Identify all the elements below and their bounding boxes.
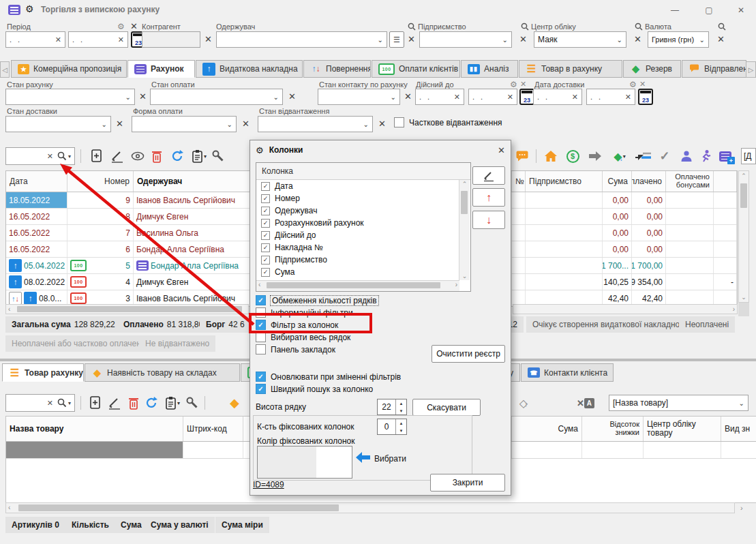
settings-wrench-button[interactable] xyxy=(184,395,200,411)
calendar-icon[interactable]: 23 xyxy=(638,89,653,105)
checkbox-unchecked[interactable] xyxy=(256,344,266,354)
stan-rahunku-select[interactable]: ⌄ xyxy=(5,89,135,105)
col-header-n[interactable]: № xyxy=(512,171,526,192)
clear-icon[interactable]: ✕ xyxy=(625,93,631,102)
col-header-date[interactable]: Дата xyxy=(6,171,67,192)
column-item[interactable]: ✓Номер xyxy=(256,192,470,205)
chastkove-checkbox-row[interactable]: Часткове відвантаження xyxy=(394,117,502,127)
clear-icon[interactable]: ✕ xyxy=(288,92,296,101)
checkbox-checked[interactable]: ✓ xyxy=(256,384,266,394)
clear-icon[interactable]: ✕ xyxy=(116,119,123,128)
scroll-right-icon[interactable]: › xyxy=(733,305,735,313)
column-item[interactable]: ✓Розрахунковий рахунок xyxy=(256,217,470,229)
scrollbar-thumb[interactable] xyxy=(461,191,468,214)
clear-icon[interactable]: ✕ xyxy=(242,119,250,128)
col-header-barcode[interactable]: Штрих-код xyxy=(183,417,243,441)
tab-vydatkova-nakladna[interactable]: ↑ Видаткова накладна xyxy=(196,60,303,78)
diysnyi-do-to[interactable]: . .✕ xyxy=(468,89,517,105)
tab-komertsiyna-propozytsiya[interactable]: ★ Комерційна пропозиція xyxy=(11,60,127,78)
checkbox-checked[interactable]: ✓ xyxy=(261,194,270,203)
tab-analiz[interactable]: ▮▮ Аналіз xyxy=(461,60,518,78)
delete-button[interactable] xyxy=(149,148,165,164)
scroll-left-icon[interactable]: ‹ xyxy=(8,305,10,313)
scroll-down-icon[interactable]: ⌄ xyxy=(459,273,470,279)
color-swatch[interactable] xyxy=(257,446,352,479)
checkbox-checked[interactable]: ✓ xyxy=(261,207,270,215)
scroll-left-icon[interactable]: ‹ xyxy=(8,504,10,511)
stock-button[interactable]: ◆ xyxy=(226,395,243,411)
scroll-left-icon[interactable]: ‹ xyxy=(258,281,260,288)
gear-icon[interactable]: ⚙ xyxy=(25,3,34,14)
scrollbar-thumb[interactable] xyxy=(267,282,440,288)
valuta-select[interactable]: Гривня (грн)⌄ xyxy=(648,31,709,48)
settings-wrench-button[interactable] xyxy=(210,148,226,164)
scroll-up-icon[interactable]: ⌃ xyxy=(739,172,749,179)
checkbox-checked[interactable]: ✓ xyxy=(261,243,270,252)
clear-icon[interactable]: ✕ xyxy=(139,92,147,101)
scroll-right-icon[interactable]: › xyxy=(455,281,457,288)
oderzhuvach-list-button[interactable]: ☰ xyxy=(389,31,404,48)
spin-down-icon[interactable]: ▼ xyxy=(396,407,406,414)
clipboard-button[interactable]: ▾ xyxy=(189,148,209,164)
stan-oplaty-select[interactable]: ⌄ xyxy=(150,89,283,105)
move-down-button[interactable]: ↓ xyxy=(472,211,505,229)
clear-icon[interactable]: ✕ xyxy=(404,92,412,101)
tab-kontakty-kliyenta[interactable]: ☎ Контакти клієнта xyxy=(521,363,614,382)
chevron-down-icon[interactable]: ▾ xyxy=(68,153,71,160)
minimize-button[interactable]: — xyxy=(665,3,685,17)
clear-icon[interactable]: ✕ xyxy=(639,80,646,89)
col-header-paid[interactable]: Оплачено xyxy=(632,171,666,192)
refresh-button[interactable] xyxy=(143,395,160,411)
option-quick-search[interactable]: ✓Швидкий пошук за колонко xyxy=(256,384,373,394)
clear-filter-button[interactable]: ✕A xyxy=(573,395,599,411)
column-item[interactable]: ✓Дійсний до xyxy=(256,229,470,241)
home-button[interactable] xyxy=(543,148,559,164)
col-header-center[interactable]: Центр обліку товару xyxy=(644,417,721,441)
selected-cell[interactable] xyxy=(6,442,183,458)
runner-button[interactable] xyxy=(697,148,714,164)
checkbox-checked[interactable]: ✓ xyxy=(261,219,270,228)
column-item[interactable]: ✓Одержувач xyxy=(256,205,470,217)
filter-chip-not-shipped[interactable]: Не відвантажено xyxy=(139,335,215,352)
period-date-to[interactable]: . .✕ xyxy=(68,31,128,48)
spin-up-icon[interactable]: ▲ xyxy=(396,399,406,407)
stan-dostavky-select[interactable]: ⌄ xyxy=(5,116,111,132)
checkbox-checked[interactable]: ✓ xyxy=(261,256,270,265)
search-icon[interactable] xyxy=(57,151,67,161)
scrollbar-thumb[interactable] xyxy=(18,504,339,511)
column-item[interactable]: ✓Підприємство xyxy=(256,254,470,266)
stan-kontaktu-select[interactable]: ⌄ xyxy=(318,89,400,105)
payment-refresh-button[interactable]: $ xyxy=(564,148,581,164)
move-up-button[interactable]: ↑ xyxy=(472,188,505,207)
option-limit-rows[interactable]: ✓Обмеження кількості рядків xyxy=(256,295,378,305)
spin-down-icon[interactable]: ▼ xyxy=(396,427,406,434)
clear-registry-button[interactable]: Очистити реєстр xyxy=(432,345,505,363)
close-dialog-button[interactable]: Закрити xyxy=(430,474,505,492)
scroll-up-icon[interactable]: ⌃ xyxy=(459,181,470,187)
period-date-from[interactable]: . .✕ xyxy=(5,31,65,48)
gear-icon[interactable]: ⚙ xyxy=(629,80,637,89)
tab-rakhunok[interactable]: Рахунок xyxy=(127,60,195,78)
horizontal-scrollbar-left[interactable]: ‹ xyxy=(5,304,249,314)
option-refresh-on-filter[interactable]: ✓Оновлювати при зміненні фільтрів xyxy=(256,372,401,382)
search-input[interactable]: ✕ ▾ xyxy=(5,147,75,165)
select-color-label[interactable]: Вибрати xyxy=(374,454,406,464)
reserve-down-button[interactable]: ◆↓▾ xyxy=(609,148,631,164)
clear-icon[interactable]: ✕ xyxy=(378,119,386,128)
dialog-titlebar[interactable]: ⚙ Колонки ✕ xyxy=(250,140,511,160)
checkbox-checked[interactable]: ✓ xyxy=(261,182,270,191)
clear-icon[interactable]: ✕ xyxy=(507,93,513,102)
add-document-button[interactable] xyxy=(89,148,105,164)
bottom-search-input[interactable]: ✕ ▾ xyxy=(5,394,75,412)
row-height-spinner[interactable]: 22 ▲▼ xyxy=(377,399,407,415)
data-dostavky-from[interactable]: . .✕ xyxy=(533,89,582,105)
export-up-button[interactable]: ◇↑ xyxy=(515,395,532,411)
bottom-horizontal-scrollbar[interactable]: ‹ xyxy=(5,502,735,513)
spin-up-icon[interactable]: ▲ xyxy=(396,419,406,427)
clear-icon[interactable]: ✕ xyxy=(572,93,578,102)
calendar-icon[interactable]: 23 xyxy=(519,89,534,105)
period-gear-icon[interactable]: ⚙ xyxy=(117,22,125,31)
maximize-button[interactable]: ▢ xyxy=(699,3,719,17)
data-dostavky-to[interactable]: . .✕ xyxy=(586,89,635,105)
edit-column-button[interactable] xyxy=(472,166,505,185)
